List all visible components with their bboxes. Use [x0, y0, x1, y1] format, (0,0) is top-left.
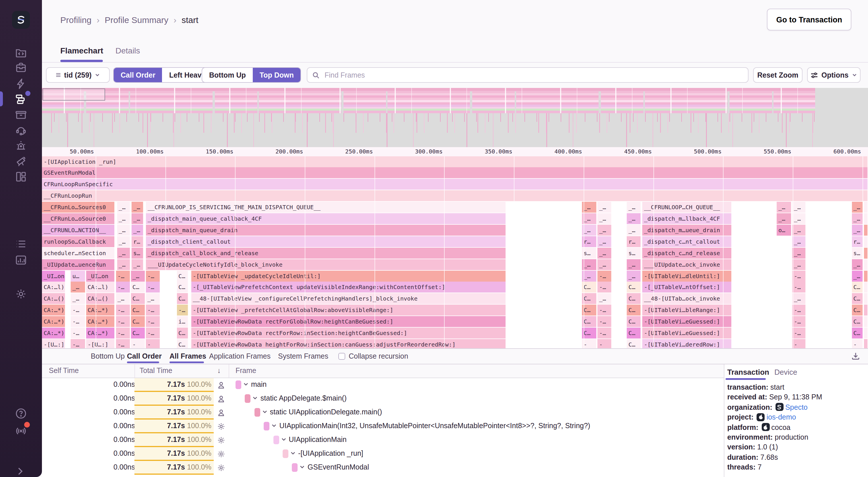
- flame-frame[interactable]: _…: [582, 202, 597, 213]
- flame-frame[interactable]: C…: [627, 316, 641, 327]
- sidebar-expand-button[interactable]: [15, 466, 27, 477]
- table-row[interactable]: 0.00ns0.0%7.17s100.0%static UIApplicatio…: [42, 406, 724, 420]
- flame-frame[interactable]: _…: [792, 293, 806, 304]
- flame-frame[interactable]: -…: [792, 328, 806, 338]
- flame-frame[interactable]: C…: [177, 293, 188, 304]
- flame-frame[interactable]: [864, 236, 868, 247]
- flame-frame[interactable]: -[_UITableV…ntOffset:]: [642, 282, 732, 293]
- flame-frame[interactable]: [864, 213, 868, 224]
- flame-frame[interactable]: C…: [131, 293, 145, 304]
- flame-frame[interactable]: __48-[UITab…ock_invoke: [642, 293, 732, 304]
- flame-frame[interactable]: ___UIUpdate…ock_invoke: [642, 259, 732, 270]
- flame-frame[interactable]: -…: [597, 305, 612, 316]
- flame-frame[interactable]: _…: [582, 225, 597, 236]
- flame-frame[interactable]: -…: [116, 328, 130, 338]
- table-row[interactable]: 0.00ns0.0%7.17s100.0%main: [42, 378, 724, 392]
- flame-frame[interactable]: -: [597, 339, 612, 348]
- go-to-transaction-button[interactable]: Go to Transaction: [767, 9, 851, 30]
- flame-frame[interactable]: -…: [792, 305, 806, 316]
- sidebar-item-discover[interactable]: [15, 155, 27, 167]
- search-input[interactable]: [323, 70, 743, 80]
- flame-frame[interactable]: _…: [627, 270, 641, 281]
- sidebar-item-user-feedback[interactable]: [15, 124, 27, 136]
- flame-frame[interactable]: C…: [131, 316, 145, 327]
- flame-frame[interactable]: [864, 259, 868, 270]
- flame-frame[interactable]: -…: [71, 339, 85, 348]
- table-row[interactable]: 0.00ns0.0%7.17s100.0%GSEventRunModal: [42, 461, 724, 475]
- flame-frame[interactable]: _…: [71, 293, 85, 304]
- flame-frame[interactable]: _…: [597, 225, 612, 236]
- flame-frame[interactable]: -…: [597, 316, 612, 327]
- flame-frame[interactable]: _dispatch_m…ueue_drain: [642, 225, 732, 236]
- flame-frame[interactable]: CA:…*): [42, 305, 65, 316]
- flame-frame[interactable]: [864, 270, 868, 281]
- flame-frame[interactable]: _…: [792, 259, 806, 270]
- flame-frame[interactable]: _…: [597, 293, 612, 304]
- flame-frame[interactable]: C…: [851, 316, 863, 327]
- flame-frame[interactable]: -…: [597, 270, 612, 281]
- sidebar-item-performance[interactable]: [15, 78, 27, 90]
- table-row[interactable]: 0.00ns0.0%7.17s100.0%UIApplicationMain(I…: [42, 420, 724, 433]
- flame-frame[interactable]: -[UITableViewRowData heightForRow:inSect…: [191, 339, 506, 348]
- flame-frame[interactable]: CA:…*): [86, 305, 115, 316]
- frame-label[interactable]: GSEventRunModal: [308, 463, 369, 471]
- flame-frame[interactable]: ___UIUpdateCycleNotifyIdle_block_invoke: [146, 259, 506, 270]
- flame-frame[interactable]: _UI…on: [42, 270, 65, 281]
- flame-frame[interactable]: -: [792, 339, 806, 348]
- flame-frame[interactable]: _…: [851, 213, 863, 224]
- flame-frame[interactable]: _…: [131, 202, 143, 213]
- flame-frame[interactable]: [864, 225, 868, 236]
- flame-frame[interactable]: _dispatch_m…llback_4CF: [642, 213, 732, 224]
- flame-frame[interactable]: C…: [582, 293, 597, 304]
- flame-frame[interactable]: __CFRunLo…Sources0: [42, 202, 115, 213]
- flame-frame[interactable]: C…: [851, 305, 863, 316]
- frame-label[interactable]: -[UIApplication _run]: [298, 449, 363, 457]
- panel-tab-device[interactable]: Device: [774, 368, 797, 377]
- thread-selector[interactable]: tid (259): [46, 67, 110, 83]
- flame-frame[interactable]: -…: [116, 282, 130, 293]
- sidebar-item-settings[interactable]: [15, 288, 27, 300]
- flame-frame[interactable]: [864, 339, 868, 348]
- flamechart[interactable]: -[UIApplication _run]GSEventRunModalCFRu…: [42, 156, 868, 348]
- flame-frame[interactable]: _UI…on: [86, 270, 115, 281]
- flame-frame[interactable]: r…: [131, 236, 143, 247]
- flame-frame[interactable]: C…: [582, 328, 597, 338]
- flame-frame[interactable]: -[UITableViewRowData rectForGlobalRow:he…: [191, 316, 506, 327]
- flame-frame[interactable]: -…: [146, 316, 160, 327]
- flame-frame[interactable]: CA:…(): [86, 293, 115, 304]
- flame-frame[interactable]: __CFRunLo…oSource0: [42, 213, 115, 224]
- flame-frame[interactable]: -[UITableViewRowData rectForRow:inSectio…: [191, 328, 506, 338]
- whats-new-button[interactable]: [15, 425, 27, 437]
- sidebar-item-issues[interactable]: [15, 62, 27, 74]
- flame-frame[interactable]: -…: [792, 270, 806, 281]
- flame-frame[interactable]: -…: [792, 282, 806, 293]
- flame-frame[interactable]: _dispatch_main_queue_drain: [146, 225, 506, 236]
- flame-frame[interactable]: [864, 305, 868, 316]
- tab-details[interactable]: Details: [116, 46, 140, 55]
- flame-frame[interactable]: -…: [597, 282, 612, 293]
- flame-frame[interactable]: _dispatch_c…nt_callout: [642, 236, 732, 247]
- flame-frame[interactable]: -…: [71, 316, 85, 327]
- sidebar-item-profiling[interactable]: [15, 93, 27, 105]
- sidebar-item-stats[interactable]: [15, 254, 27, 266]
- collapse-recursion-checkbox[interactable]: [338, 353, 345, 360]
- flame-frame[interactable]: s…: [582, 247, 597, 258]
- flame-frame[interactable]: _…: [851, 270, 863, 281]
- flame-frame[interactable]: _…: [792, 236, 806, 247]
- flame-frame[interactable]: -…: [146, 282, 160, 293]
- flame-frame[interactable]: -[UIApplication _run]: [42, 156, 868, 167]
- flame-frame[interactable]: _…: [117, 247, 130, 258]
- flame-frame[interactable]: CA:…*): [42, 328, 65, 338]
- flame-frame[interactable]: -[UITableVi…dleUntil:]: [642, 270, 732, 281]
- flame-frame[interactable]: C…: [627, 282, 641, 293]
- find-frames-search[interactable]: [307, 67, 748, 83]
- flame-frame[interactable]: CA:…*): [86, 316, 115, 327]
- minimap-viewport[interactable]: [42, 89, 105, 100]
- flame-frame[interactable]: C…: [177, 328, 188, 338]
- breadcrumb-profile-summary[interactable]: Profile Summary: [104, 15, 168, 25]
- flame-frame[interactable]: _…: [117, 225, 130, 236]
- flame-frame[interactable]: C…: [131, 305, 145, 316]
- flame-frame[interactable]: u…: [71, 270, 85, 281]
- flame-frame[interactable]: _…: [627, 213, 641, 224]
- flame-frame[interactable]: _dispatch_client_callout: [146, 236, 506, 247]
